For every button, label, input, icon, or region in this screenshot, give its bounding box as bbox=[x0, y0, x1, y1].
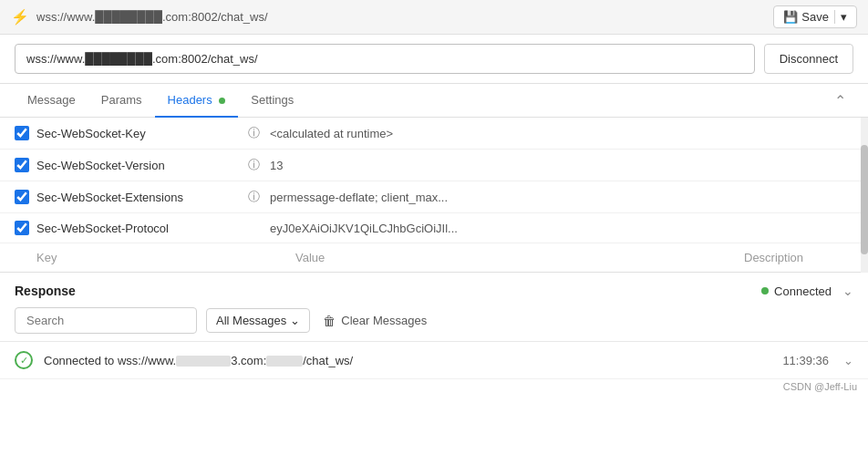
message-redacted-1 bbox=[176, 356, 231, 367]
empty-value-label: Value bbox=[295, 251, 737, 264]
tab-headers[interactable]: Headers bbox=[155, 84, 239, 118]
all-messages-chevron-icon: ⌄ bbox=[290, 314, 300, 327]
header-value-4: eyJ0eXAiOiJKV1QiLCJhbGciOiJIl... bbox=[270, 222, 853, 235]
message-text-1: Connected to wss://www.3.com:/chat_ws/ bbox=[44, 354, 771, 367]
header-info-1: ⓘ bbox=[244, 125, 263, 141]
top-bar-actions: 💾 Save ▾ bbox=[773, 5, 857, 28]
all-messages-label: All Messages bbox=[216, 314, 286, 327]
save-button[interactable]: 💾 Save ▾ bbox=[773, 5, 857, 28]
header-row-3: Sec-WebSocket-Extensions ⓘ permessage-de… bbox=[0, 181, 868, 213]
save-label: Save bbox=[801, 10, 829, 24]
header-key-4: Sec-WebSocket-Protocol bbox=[36, 222, 237, 235]
connected-message-icon: ✓ bbox=[15, 351, 33, 369]
tab-params[interactable]: Params bbox=[88, 84, 155, 118]
clear-messages-button[interactable]: 🗑 Clear Messages bbox=[319, 309, 430, 333]
message-redacted-2 bbox=[266, 356, 303, 367]
trash-icon: 🗑 bbox=[323, 314, 336, 328]
empty-key-label: Key bbox=[36, 251, 263, 264]
header-checkbox-4[interactable] bbox=[15, 221, 29, 235]
header-checkbox-1[interactable] bbox=[15, 126, 29, 140]
scrollbar-thumb[interactable] bbox=[861, 145, 868, 254]
message-time-1: 11:39:36 bbox=[782, 354, 829, 367]
connected-status: Connected ⌄ bbox=[761, 284, 853, 298]
header-key-2: Sec-WebSocket-Version bbox=[36, 159, 237, 172]
header-checkbox-3[interactable] bbox=[15, 190, 29, 204]
save-icon: 💾 bbox=[783, 10, 798, 24]
collapse-icon[interactable]: ⌃ bbox=[827, 88, 853, 113]
disconnect-button[interactable]: Disconnect bbox=[764, 44, 853, 74]
empty-desc-label: Description bbox=[744, 251, 853, 264]
header-row-1: Sec-WebSocket-Key ⓘ <calculated at runti… bbox=[0, 118, 868, 150]
all-messages-button[interactable]: All Messages ⌄ bbox=[206, 308, 310, 333]
tabs-bar: Message Params Headers Settings ⌃ bbox=[0, 84, 868, 118]
header-value-2: 13 bbox=[270, 159, 853, 172]
header-value-3: permessage-deflate; client_max... bbox=[270, 191, 853, 204]
expand-message-icon[interactable]: ⌄ bbox=[843, 354, 853, 367]
websocket-icon: ⚡ bbox=[11, 8, 29, 26]
header-checkbox-2[interactable] bbox=[15, 158, 29, 172]
url-input[interactable] bbox=[15, 44, 755, 74]
header-value-1: <calculated at runtime> bbox=[270, 127, 853, 140]
header-key-3: Sec-WebSocket-Extensions bbox=[36, 191, 237, 204]
main-content: Sec-WebSocket-Key ⓘ <calculated at runti… bbox=[0, 118, 868, 273]
headers-table: Sec-WebSocket-Key ⓘ <calculated at runti… bbox=[0, 118, 868, 273]
tab-message[interactable]: Message bbox=[15, 84, 88, 118]
clear-messages-label: Clear Messages bbox=[341, 314, 427, 327]
header-row-4: Sec-WebSocket-Protocol eyJ0eXAiOiJKV1QiL… bbox=[0, 213, 868, 243]
url-bar: Disconnect bbox=[0, 35, 868, 84]
header-key-1: Sec-WebSocket-Key bbox=[36, 127, 237, 140]
header-info-3: ⓘ bbox=[244, 189, 263, 205]
message-middle: 3.com: bbox=[231, 354, 266, 367]
header-empty-row: Key Value Description bbox=[0, 243, 868, 272]
status-dot bbox=[761, 287, 769, 294]
watermark-text: CSDN @Jeff-Liu bbox=[783, 381, 857, 392]
top-bar: ⚡ wss://www.████████.com:8002/chat_ws/ 💾… bbox=[0, 0, 868, 35]
message-row-1: ✓ Connected to wss://www.3.com:/chat_ws/… bbox=[0, 342, 868, 379]
tab-settings[interactable]: Settings bbox=[238, 84, 306, 118]
response-section: Response Connected ⌄ All Messages ⌄ 🗑 Cl… bbox=[0, 273, 868, 342]
response-title: Response bbox=[15, 284, 761, 298]
save-chevron-icon[interactable]: ▾ bbox=[834, 10, 847, 24]
response-chevron-icon[interactable]: ⌄ bbox=[842, 284, 853, 298]
message-prefix: Connected to wss://www. bbox=[44, 354, 176, 367]
scrollbar-track bbox=[861, 118, 868, 273]
response-header: Response Connected ⌄ bbox=[15, 284, 853, 298]
headers-dot bbox=[219, 98, 225, 104]
header-row-2: Sec-WebSocket-Version ⓘ 13 bbox=[0, 150, 868, 181]
message-suffix: /chat_ws/ bbox=[303, 354, 353, 367]
response-controls: All Messages ⌄ 🗑 Clear Messages bbox=[15, 307, 853, 334]
watermark: CSDN @Jeff-Liu bbox=[0, 379, 868, 394]
top-bar-url: wss://www.████████.com:8002/chat_ws/ bbox=[36, 10, 766, 24]
search-input[interactable] bbox=[15, 307, 197, 334]
header-info-2: ⓘ bbox=[244, 157, 263, 173]
connected-label: Connected bbox=[774, 284, 832, 298]
